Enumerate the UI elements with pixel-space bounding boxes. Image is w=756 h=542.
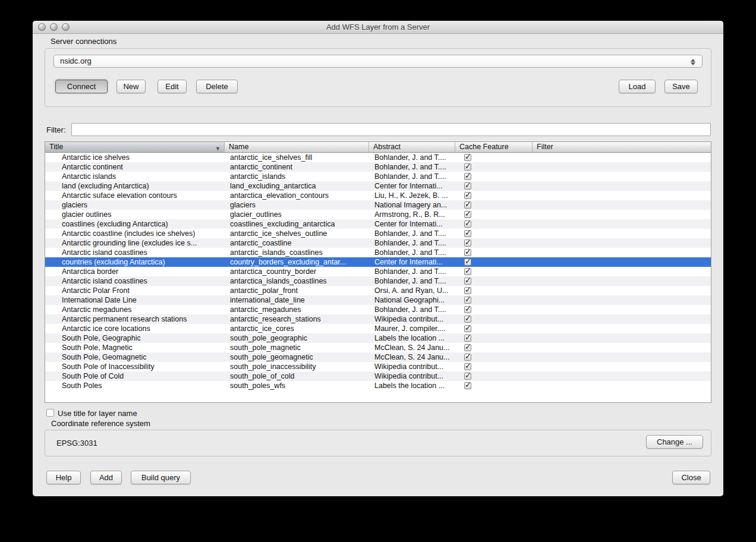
cache-feature-checkbox[interactable]	[464, 363, 471, 370]
row-cache-cell	[455, 210, 533, 219]
row-abstract: National Geographi...	[369, 295, 455, 305]
cache-feature-checkbox[interactable]	[464, 192, 471, 199]
table-row[interactable]: Antarctic island coastlines antarctica_i…	[45, 276, 711, 286]
row-name: south_poles_wfs	[225, 381, 369, 390]
table-row[interactable]: Antarctic megadunes antarctic_megadunes …	[45, 305, 711, 314]
table-row[interactable]: Antarctic ice core locations antarctic_i…	[45, 324, 711, 333]
row-title: Antarctic island coastlines	[45, 248, 225, 257]
cache-feature-checkbox[interactable]	[464, 201, 471, 209]
row-abstract: Bohlander, J. and T....	[369, 276, 455, 286]
row-title: glaciers	[45, 200, 225, 210]
cache-feature-checkbox[interactable]	[464, 154, 471, 161]
cache-feature-checkbox[interactable]	[464, 240, 471, 247]
delete-button[interactable]: Delete	[196, 80, 238, 93]
filter-input[interactable]	[71, 123, 711, 136]
cache-feature-checkbox[interactable]	[464, 259, 471, 266]
row-name: antarctica_islands_coastlines	[225, 276, 369, 286]
table-row[interactable]: International Date Line international_da…	[45, 295, 711, 305]
cache-feature-checkbox[interactable]	[464, 278, 471, 285]
row-name: south_pole_geographic	[225, 333, 369, 343]
cache-feature-checkbox[interactable]	[464, 211, 471, 218]
column-header-title[interactable]: Title ▼	[45, 142, 225, 152]
table-row[interactable]: Antarctic ice shelves antarctic_ice_shel…	[45, 153, 711, 162]
row-filter-cell	[533, 229, 711, 238]
row-abstract: Bohlander, J. and T....	[369, 229, 455, 238]
cache-feature-checkbox[interactable]	[464, 344, 471, 351]
cache-feature-checkbox[interactable]	[464, 316, 471, 323]
table-row[interactable]: South Poles south_poles_wfs Labels the l…	[45, 381, 711, 390]
column-header-cache-feature[interactable]: Cache Feature	[455, 142, 533, 152]
row-name: antarctic_research_stations	[225, 314, 369, 324]
change-crs-button[interactable]: Change ...	[646, 435, 703, 449]
row-title: land (excluding Antarctica)	[45, 181, 225, 191]
edit-button[interactable]: Edit	[158, 80, 187, 93]
cache-feature-checkbox[interactable]	[464, 306, 471, 313]
new-button[interactable]: New	[116, 80, 146, 93]
table-row[interactable]: Antarctica border antarctica_country_bor…	[45, 267, 711, 276]
column-header-abstract[interactable]: Abstract	[369, 142, 455, 152]
table-row[interactable]: land (excluding Antarctica) land_excludi…	[45, 181, 711, 191]
cache-feature-checkbox[interactable]	[464, 173, 471, 180]
cache-feature-checkbox[interactable]	[464, 249, 471, 256]
row-title: South Pole, Geographic	[45, 333, 225, 343]
row-title: South Pole of Inaccessibility	[45, 362, 225, 371]
row-title: coastlines (excluding Antarctica)	[45, 219, 225, 229]
table-row[interactable]: Antarctic Polar Front antarctic_polar_fr…	[45, 286, 711, 295]
table-row[interactable]: South Pole of Inaccessibility south_pole…	[45, 362, 711, 371]
crs-group-label: Coordinate reference system	[51, 419, 150, 428]
row-filter-cell	[533, 153, 711, 162]
cache-feature-checkbox[interactable]	[464, 287, 471, 294]
cache-feature-checkbox[interactable]	[464, 163, 471, 171]
use-title-checkbox[interactable]	[46, 409, 54, 417]
cache-feature-checkbox[interactable]	[464, 230, 471, 237]
table-row[interactable]: South Pole of Cold south_pole_of_cold Wi…	[45, 371, 711, 381]
table-row[interactable]: Antarctic continent antarctic_continent …	[45, 162, 711, 172]
row-abstract: Bohlander, J. and T....	[369, 162, 455, 172]
table-row[interactable]: South Pole, Geographic south_pole_geogra…	[45, 333, 711, 343]
row-filter-cell	[533, 238, 711, 248]
row-abstract: National Imagery an...	[369, 200, 455, 210]
load-button[interactable]: Load	[619, 80, 656, 93]
table-row[interactable]: coastlines (excluding Antarctica) coastl…	[45, 219, 711, 229]
table-row[interactable]: Antarctic suface elevation contours anta…	[45, 191, 711, 200]
table-row[interactable]: South Pole, Magnetic south_pole_magnetic…	[45, 343, 711, 352]
add-button[interactable]: Add	[90, 471, 122, 484]
cache-feature-checkbox[interactable]	[464, 268, 471, 275]
build-query-button[interactable]: Build query	[131, 471, 191, 484]
column-header-name[interactable]: Name	[225, 142, 369, 152]
table-row[interactable]: South Pole, Geomagnetic south_pole_geoma…	[45, 352, 711, 362]
cache-feature-checkbox[interactable]	[464, 297, 471, 304]
titlebar[interactable]: Add WFS Layer from a Server	[33, 21, 723, 34]
connect-button[interactable]: Connect	[55, 80, 108, 93]
table-row[interactable]: glacier outlines glacier_outlines Armstr…	[45, 210, 711, 219]
row-title: Antarctic island coastlines	[45, 276, 225, 286]
row-cache-cell	[455, 229, 533, 238]
row-name: antarctic_megadunes	[225, 305, 369, 314]
table-row[interactable]: Antarctic permanent research stations an…	[45, 314, 711, 324]
cache-feature-checkbox[interactable]	[464, 382, 471, 389]
table-row[interactable]: Antarctic grounding line (excludes ice s…	[45, 238, 711, 248]
cache-feature-checkbox[interactable]	[464, 182, 471, 190]
column-header-filter[interactable]: Filter	[533, 142, 711, 152]
row-cache-cell	[455, 238, 533, 248]
save-button[interactable]: Save	[664, 80, 698, 93]
table-row[interactable]: countries (excluding Antarctica) country…	[45, 257, 711, 267]
row-cache-cell	[455, 343, 533, 352]
cache-feature-checkbox[interactable]	[464, 325, 471, 332]
server-connection-select[interactable]: nsidc.org	[53, 55, 703, 68]
cache-feature-checkbox[interactable]	[464, 354, 471, 361]
table-row[interactable]: Antarctic island coastlines antarctic_is…	[45, 248, 711, 257]
table-row[interactable]: Antarctic islands antarctic_islands Bohl…	[45, 172, 711, 181]
row-title: Antarctic islands	[45, 172, 225, 181]
help-button[interactable]: Help	[46, 471, 81, 484]
row-name: antarctic_coastline	[225, 238, 369, 248]
row-title: Antarctic continent	[45, 162, 225, 172]
row-title: countries (excluding Antarctica)	[45, 257, 225, 267]
cache-feature-checkbox[interactable]	[464, 373, 471, 380]
close-button[interactable]: Close	[672, 471, 710, 484]
cache-feature-checkbox[interactable]	[464, 220, 471, 228]
row-filter-cell	[533, 267, 711, 276]
cache-feature-checkbox[interactable]	[464, 335, 471, 342]
table-row[interactable]: Antarctic coastline (includes ice shelve…	[45, 229, 711, 238]
table-row[interactable]: glaciers glaciers National Imagery an...	[45, 200, 711, 210]
